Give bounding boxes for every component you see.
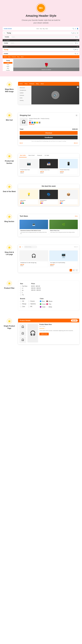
sidebar-item-pages[interactable]: Pages bbox=[3, 66, 12, 67]
product-tab-container: Best Seller New Arrival Featured On Sale… bbox=[18, 154, 79, 176]
brand-mango-cb[interactable] bbox=[20, 303, 21, 304]
shop-grid-star: ⭐ bbox=[7, 245, 12, 250]
mega-item-cameras[interactable]: Cameras bbox=[19, 94, 30, 96]
brand-graven-cb[interactable] bbox=[28, 300, 30, 302]
deal-card-price-1: $29.00 bbox=[20, 201, 38, 202]
sidebar-item-products[interactable]: Products bbox=[3, 70, 12, 71]
mega-close-btn[interactable]: × bbox=[77, 86, 79, 88]
size-fullsize: Full Size bbox=[20, 286, 27, 287]
swatch-green[interactable] bbox=[34, 122, 36, 124]
mini-cart-product-img: 🎧 bbox=[20, 118, 28, 126]
mega-item-electronics[interactable]: Electronics bbox=[19, 87, 30, 89]
brand-zara-cb[interactable] bbox=[20, 306, 21, 307]
sidebar-item-blog[interactable]: Blog bbox=[3, 68, 12, 69]
search-bar-3[interactable]: Search... bbox=[11, 36, 75, 38]
mini-cart-caption: This is the large title for testing larg… bbox=[20, 140, 78, 142]
deal-card-title-2: Colorful product bbox=[40, 200, 57, 201]
top-info-bar-4: Free Shipping Login bbox=[3, 39, 79, 41]
filter-color-col: Color Blue Brown Green bbox=[40, 298, 52, 308]
nav-about[interactable]: About bbox=[41, 83, 44, 84]
thumb-2[interactable]: 🎧 bbox=[19, 330, 26, 336]
deal-img-3: 📦 bbox=[59, 190, 78, 199]
swatch-gray[interactable] bbox=[39, 122, 41, 124]
brand-aili-cb[interactable] bbox=[20, 300, 21, 302]
sidebar-item-shop[interactable]: Shop bbox=[3, 64, 12, 66]
search-4[interactable]: Search... bbox=[10, 42, 74, 44]
mini-cart-preview: Shopping Cart × 🎧 Product dummy title - … bbox=[18, 112, 79, 146]
hero-caption-7: Discover our collection bbox=[13, 68, 79, 71]
grid-view-icon[interactable]: ⊞ bbox=[19, 246, 21, 248]
filter-brands-col: Brands Aili Graven Mango bbox=[20, 298, 36, 308]
product-title-1: Product Name Here bbox=[20, 169, 37, 170]
product-filter-title: Product Filter bbox=[4, 287, 14, 289]
icons-3: ♥ 🛒 bbox=[76, 36, 78, 38]
mega-item-audio[interactable]: Audio bbox=[19, 97, 30, 99]
tab-featured[interactable]: Featured bbox=[36, 154, 43, 158]
add-to-cart-button[interactable]: Add to Cart bbox=[40, 333, 49, 336]
swatch-blue[interactable] bbox=[31, 122, 33, 124]
page-2-btn[interactable]: 2 bbox=[73, 269, 75, 272]
thumb-1[interactable]: 🎧 bbox=[19, 324, 26, 330]
tab-on-sale[interactable]: On Sale bbox=[44, 154, 50, 158]
thumb-3[interactable]: 🎧 bbox=[19, 337, 26, 343]
nav-products[interactable]: Products bbox=[29, 83, 34, 84]
size-l-checkbox[interactable] bbox=[20, 292, 21, 293]
size-m-checkbox[interactable] bbox=[20, 290, 21, 291]
list-view-icon[interactable]: ≡ bbox=[22, 246, 23, 248]
brands-label: Brands bbox=[20, 298, 36, 300]
nav-shop[interactable]: Shop bbox=[25, 83, 27, 84]
blog-card-1: 💻 Adventures Embrace Web Media Format Lo… bbox=[19, 220, 48, 235]
colors-grid: Blue Brown Green Pink bbox=[40, 300, 52, 308]
product-price-1: $29.00 bbox=[20, 171, 37, 172]
search-icon-5: 🔍 bbox=[73, 49, 75, 50]
price-label: Price bbox=[31, 283, 41, 284]
mini-cart-qty: Qty: 1 bbox=[29, 120, 78, 121]
page-next-btn[interactable]: › bbox=[76, 269, 78, 272]
header-preview-4: Free Shipping Login YOUNG Search... ♥ 🛒 bbox=[3, 39, 79, 45]
size-s-checkbox[interactable] bbox=[20, 288, 21, 289]
divider-4 bbox=[0, 179, 82, 181]
brand-valentino-cb[interactable] bbox=[28, 303, 30, 304]
product-tab-nav: Best Seller New Arrival Featured On Sale bbox=[18, 154, 79, 158]
icons-6: 🔍 🛒 bbox=[75, 53, 78, 54]
brand-mc-cb[interactable] bbox=[28, 306, 30, 307]
mini-cart-star: ⭐ bbox=[7, 112, 12, 118]
divider-3 bbox=[0, 148, 82, 151]
color-dot-red bbox=[20, 202, 21, 204]
close-icon: × bbox=[76, 115, 77, 116]
blog-card-text-2: Lorem ipsum text for blog post preview h… bbox=[50, 232, 77, 233]
sidebar-item-home[interactable]: Home bbox=[3, 62, 12, 64]
color-dot-white bbox=[43, 202, 44, 204]
tab-new-arrival[interactable]: New Arrival bbox=[28, 154, 35, 158]
blog-preview: Tech News More 💻 Adventures Embrace Web … bbox=[18, 214, 79, 237]
mini-cart-close-btn[interactable]: × bbox=[76, 114, 78, 116]
color-dot-blue bbox=[40, 300, 41, 302]
shop-grid-toolbar: ⊞ ≡ Default Sorting Show: 9 bbox=[18, 245, 79, 249]
shop-product-body-1: Headphones 5.0 with storage bag $29.00 $… bbox=[20, 261, 48, 267]
size-fullsize-checkbox[interactable] bbox=[20, 286, 21, 287]
checkout-button[interactable]: Checkout bbox=[20, 131, 78, 135]
size-s: S bbox=[20, 288, 27, 289]
header-preview-7: Young Home Shop Pages Blog Products Cont… bbox=[3, 59, 79, 71]
mega-item-smartphones[interactable]: Smartphones bbox=[19, 89, 30, 91]
nav-blog[interactable]: Blog bbox=[36, 83, 39, 84]
deal-colors-1 bbox=[20, 202, 38, 204]
mega-item-laptops[interactable]: Laptops bbox=[19, 92, 30, 94]
nav-home[interactable]: Home bbox=[19, 83, 23, 84]
deal-colors-3 bbox=[60, 202, 77, 204]
blog-more-link[interactable]: More bbox=[75, 216, 78, 217]
mega-item-gaming[interactable]: Gaming bbox=[19, 100, 30, 102]
swatch-yellow[interactable] bbox=[36, 122, 38, 124]
page-1-btn[interactable]: 1 bbox=[70, 269, 72, 272]
sidebar-left-7: Young Home Shop Pages Blog Products Cont… bbox=[3, 59, 13, 71]
color-white: White bbox=[46, 306, 52, 308]
tab-best-seller[interactable]: Best Seller bbox=[19, 154, 27, 158]
logo-4: YOUNG bbox=[4, 42, 8, 44]
search-field[interactable]: Default Sorting bbox=[24, 246, 37, 248]
size-xl-checkbox[interactable] bbox=[20, 294, 21, 296]
view-cart-button[interactable]: ViewBasket bbox=[20, 136, 78, 139]
single-product-container: Product Details $19.99 🎧 🎧 🎧 🎧 Product N… bbox=[18, 318, 79, 344]
color-swatches bbox=[29, 122, 78, 124]
swatch-red[interactable] bbox=[29, 122, 31, 124]
mega-menu-items: Electronics Smartphones Laptops Cameras … bbox=[18, 86, 31, 104]
